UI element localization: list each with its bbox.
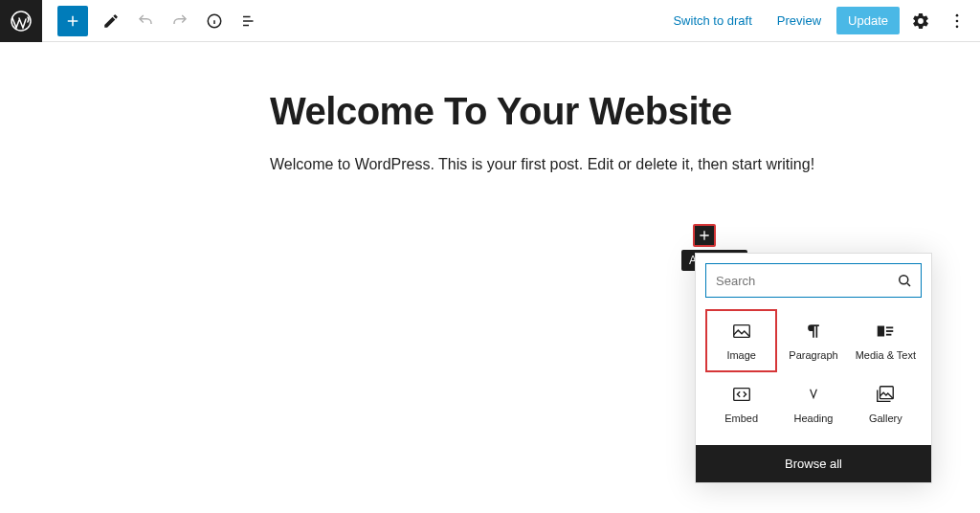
- redo-icon: [171, 12, 189, 30]
- preview-link[interactable]: Preview: [768, 8, 831, 33]
- block-label: Image: [726, 349, 756, 361]
- svg-rect-8: [886, 326, 893, 328]
- svg-rect-7: [878, 326, 884, 337]
- toolbar-right: Switch to draft Preview Update: [663, 7, 972, 34]
- block-item-image[interactable]: Image: [705, 309, 777, 372]
- browse-all-button[interactable]: Browse all: [696, 445, 931, 482]
- svg-point-2: [956, 13, 959, 16]
- post-body[interactable]: Welcome to WordPress. This is your first…: [270, 156, 980, 173]
- block-item-gallery[interactable]: Gallery: [850, 372, 922, 435]
- block-item-paragraph[interactable]: Paragraph: [777, 309, 849, 372]
- embed-icon: [731, 384, 752, 405]
- svg-point-4: [956, 25, 959, 28]
- wordpress-icon: [10, 10, 33, 33]
- info-icon: [206, 12, 223, 30]
- list-icon: [240, 12, 257, 30]
- svg-rect-11: [733, 389, 749, 401]
- more-options-button[interactable]: [946, 10, 969, 33]
- image-icon: [731, 321, 752, 342]
- heading-icon: [803, 384, 824, 405]
- paragraph-icon: [803, 321, 824, 342]
- outline-button[interactable]: [237, 10, 260, 33]
- editor-toolbar: Switch to draft Preview Update: [0, 0, 980, 42]
- block-item-heading[interactable]: Heading: [777, 372, 849, 435]
- post-title[interactable]: Welcome To Your Website: [270, 90, 980, 133]
- block-label: Heading: [794, 413, 834, 424]
- toolbar-left: [0, 0, 260, 42]
- block-inserter-popover: Image Paragraph Media & Text Embed: [695, 253, 932, 483]
- block-item-media-text[interactable]: Media & Text: [850, 309, 922, 372]
- search-icon: [896, 272, 913, 289]
- editor-content: Welcome To Your Website Welcome to WordP…: [0, 42, 980, 173]
- undo-button[interactable]: [134, 10, 157, 33]
- block-grid: Image Paragraph Media & Text Embed: [696, 305, 931, 445]
- svg-rect-10: [886, 334, 892, 336]
- block-item-embed[interactable]: Embed: [705, 372, 777, 435]
- inserter-search-wrap: [696, 254, 931, 305]
- svg-point-3: [956, 19, 959, 22]
- gear-icon: [911, 11, 930, 31]
- update-button[interactable]: Update: [836, 7, 900, 34]
- more-vertical-icon: [947, 11, 967, 31]
- settings-button[interactable]: [909, 10, 932, 33]
- plus-icon: [64, 12, 81, 30]
- block-label: Paragraph: [789, 349, 837, 361]
- svg-rect-9: [886, 330, 893, 332]
- wordpress-logo[interactable]: [0, 0, 42, 42]
- pencil-icon: [102, 12, 120, 30]
- toggle-inserter-button[interactable]: [57, 6, 88, 36]
- inserter-search-box[interactable]: [705, 263, 922, 298]
- search-input[interactable]: [716, 274, 896, 288]
- media-text-icon: [875, 321, 896, 342]
- switch-to-draft-link[interactable]: Switch to draft: [663, 8, 761, 33]
- details-button[interactable]: [203, 10, 226, 33]
- block-label: Media & Text: [856, 349, 916, 361]
- undo-icon: [137, 12, 154, 30]
- block-label: Gallery: [869, 413, 902, 424]
- svg-point-5: [900, 276, 908, 284]
- gallery-icon: [875, 384, 896, 405]
- block-label: Embed: [724, 413, 758, 424]
- redo-button[interactable]: [168, 10, 191, 33]
- plus-icon: [697, 228, 712, 243]
- tools-button[interactable]: [100, 10, 122, 33]
- svg-rect-6: [733, 325, 749, 338]
- add-block-button[interactable]: [693, 224, 716, 247]
